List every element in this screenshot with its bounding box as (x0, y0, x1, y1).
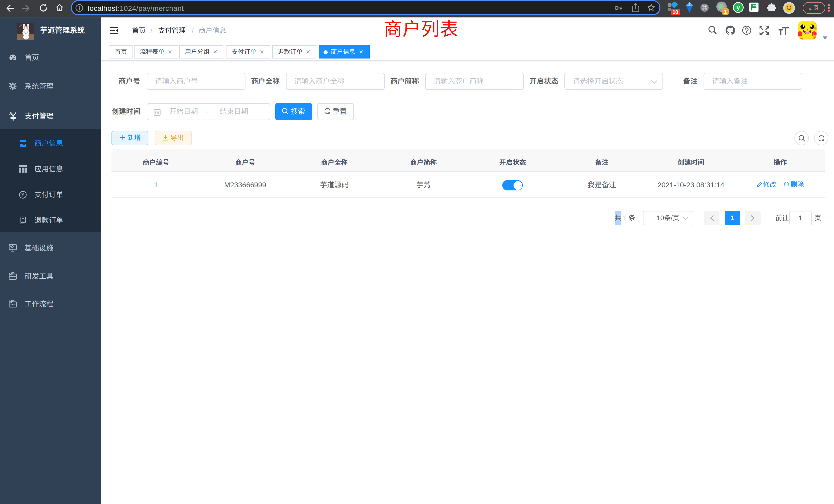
svg-text:1: 1 (724, 9, 727, 15)
svg-text:⌘: ⌘ (702, 5, 707, 10)
svg-text:10: 10 (673, 9, 678, 15)
svg-text:y: y (737, 4, 740, 11)
